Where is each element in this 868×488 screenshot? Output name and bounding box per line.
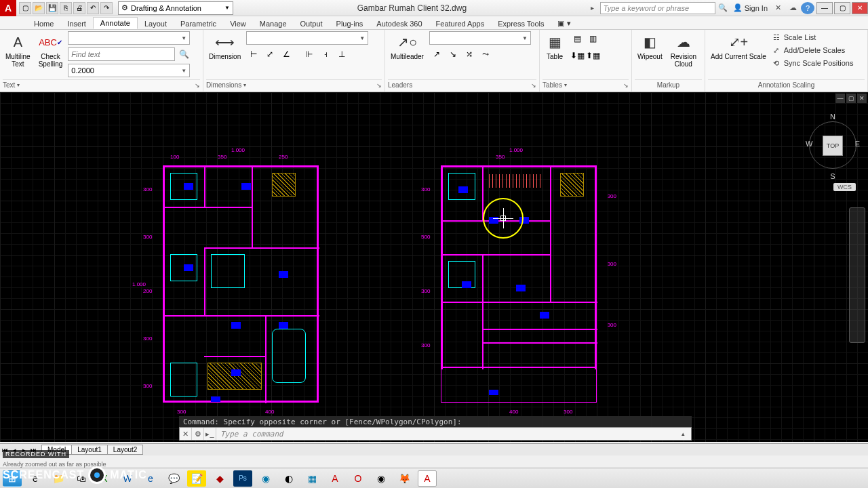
sync-scale-button[interactable]: ⟲Sync Scale Positions xyxy=(772,57,854,69)
leader-align-icon[interactable]: ⤮ xyxy=(462,47,477,62)
taskbar-opera-icon[interactable]: O xyxy=(349,470,368,487)
cmd-customize-icon[interactable]: ⚙ xyxy=(192,428,204,440)
panel-dialog-icon[interactable]: ↘ xyxy=(195,82,200,89)
check-spelling-button[interactable]: ABC✔ Check Spelling xyxy=(36,31,66,69)
help-icon[interactable]: ? xyxy=(801,2,814,14)
command-line[interactable]: ✕ ⚙ ▸_ Type a command ▴ xyxy=(179,427,692,441)
viewcube-top[interactable]: TOP xyxy=(823,136,843,156)
taskbar-app4-icon[interactable]: ▦ xyxy=(302,470,321,487)
command-input[interactable]: Type a command xyxy=(216,430,682,439)
cloud-icon[interactable]: ☁ xyxy=(786,2,800,14)
leader-style-dropdown[interactable]: ▼ xyxy=(429,31,531,45)
table-download-icon[interactable]: ⬇▦ xyxy=(570,48,585,63)
app-logo[interactable]: A xyxy=(0,0,16,16)
qat-saveas-icon[interactable]: ⎘ xyxy=(60,2,72,14)
qat-undo-icon[interactable]: ↶ xyxy=(87,2,99,14)
drawing-area[interactable]: — ▢ ✕ 100 350 250 1.000 xyxy=(0,92,868,442)
panel-expand-icon[interactable]: ▾ xyxy=(243,82,246,88)
taskbar-chat-icon[interactable]: 💬 xyxy=(164,470,183,487)
dim-linear-icon[interactable]: ⊢ xyxy=(246,47,261,62)
tab-plugins[interactable]: Plug-ins xyxy=(330,18,370,29)
dim-ordinate-icon[interactable]: ⊥ xyxy=(334,47,349,62)
close-button[interactable]: ✕ xyxy=(852,2,868,14)
taskbar-photoshop-icon[interactable]: Ps xyxy=(233,470,252,487)
dim-angular-icon[interactable]: ∠ xyxy=(279,47,294,62)
taskbar-chrome-icon[interactable]: ◉ xyxy=(372,470,391,487)
wipeout-button[interactable]: ◧ Wipeout xyxy=(635,31,665,62)
maximize-button[interactable]: ▢ xyxy=(834,2,850,14)
dim-style-dropdown[interactable]: ▼ xyxy=(246,31,368,45)
qat-open-icon[interactable]: 📂 xyxy=(33,2,45,14)
viewport-maximize-icon[interactable]: ▢ xyxy=(846,94,856,103)
viewcube-north[interactable]: N xyxy=(830,113,835,121)
tab-output[interactable]: Output xyxy=(294,18,330,29)
panel-dialog-icon[interactable]: ↘ xyxy=(623,82,629,89)
panel-expand-icon[interactable]: ▾ xyxy=(17,82,20,88)
multiline-text-button[interactable]: A Multiline Text xyxy=(3,31,33,69)
viewcube-south[interactable]: S xyxy=(830,172,835,180)
leader-remove-icon[interactable]: ↘ xyxy=(446,47,460,62)
panel-expand-icon[interactable]: ▾ xyxy=(564,82,567,88)
dim-baseline-icon[interactable]: ⫞ xyxy=(318,47,333,62)
layout-tab-layout2[interactable]: Layout2 xyxy=(107,445,144,455)
find-icon[interactable]: 🔍 xyxy=(176,47,191,62)
wcs-label[interactable]: WCS xyxy=(833,183,856,191)
tab-manage[interactable]: Manage xyxy=(253,18,294,29)
tab-express[interactable]: Express Tools xyxy=(491,18,551,29)
search-input[interactable]: Type a keyword or phrase xyxy=(600,2,715,14)
taskbar-autocad-active-icon[interactable]: A xyxy=(418,470,437,487)
cmd-close-icon[interactable]: ✕ xyxy=(180,428,192,440)
find-text-input[interactable] xyxy=(68,47,175,61)
add-current-scale-button[interactable]: ⤢+ Add Current Scale xyxy=(708,31,769,62)
qat-plot-icon[interactable]: 🖨 xyxy=(73,2,85,14)
panel-dialog-icon[interactable]: ↘ xyxy=(531,82,536,89)
navigation-bar[interactable] xyxy=(849,207,865,343)
tab-featured[interactable]: Featured Apps xyxy=(429,18,492,29)
leader-add-icon[interactable]: ↗ xyxy=(429,47,444,62)
workspace-dropdown[interactable]: ⚙ Drafting & Annotation ▼ xyxy=(118,1,233,15)
add-delete-scales-button[interactable]: ⤢Add/Delete Scales xyxy=(772,44,854,56)
viewcube-east[interactable]: E xyxy=(855,140,860,148)
title-play-icon[interactable]: ▸ xyxy=(591,4,600,12)
taskbar-app1-icon[interactable]: ◆ xyxy=(210,470,229,487)
text-style-dropdown[interactable]: ▼ xyxy=(68,31,190,45)
tab-insert[interactable]: Insert xyxy=(60,18,93,29)
revcloud-button[interactable]: ☁ Revision Cloud xyxy=(668,31,699,69)
table-extract-icon[interactable]: ▥ xyxy=(585,31,600,46)
qat-redo-icon[interactable]: ↷ xyxy=(100,2,113,14)
tab-annotate[interactable]: Annotate xyxy=(93,17,138,29)
viewport-minimize-icon[interactable]: — xyxy=(835,94,845,103)
search-icon[interactable]: 🔍 xyxy=(716,2,730,14)
leader-collect-icon[interactable]: ⤳ xyxy=(478,47,493,62)
tab-extra-icon[interactable]: ▣ ▾ xyxy=(551,18,577,29)
viewcube[interactable]: N S E W TOP xyxy=(806,113,860,180)
table-link-icon[interactable]: ▤ xyxy=(570,31,585,46)
cmd-history-icon[interactable]: ▴ xyxy=(682,430,691,437)
taskbar-app2-icon[interactable]: ◉ xyxy=(256,470,275,487)
tab-parametric[interactable]: Parametric xyxy=(174,18,223,29)
viewcube-west[interactable]: W xyxy=(806,140,812,148)
signin-button[interactable]: 👤 Sign In xyxy=(733,3,768,12)
tab-home[interactable]: Home xyxy=(27,18,60,29)
tab-view[interactable]: View xyxy=(223,18,253,29)
dim-aligned-icon[interactable]: ⤢ xyxy=(262,47,277,62)
minimize-button[interactable]: — xyxy=(816,2,833,14)
dimension-button[interactable]: ⟷ Dimension xyxy=(206,31,243,62)
taskbar-app3-icon[interactable]: ◐ xyxy=(279,470,298,487)
exchange-icon[interactable]: ✕ xyxy=(771,2,785,14)
taskbar-notes-icon[interactable]: 📝 xyxy=(187,470,206,487)
scale-list-button[interactable]: ☷Scale List xyxy=(772,31,854,43)
dim-continue-icon[interactable]: ⊩ xyxy=(302,47,317,62)
layout-tab-layout1[interactable]: Layout1 xyxy=(71,445,108,455)
table-button[interactable]: ▦ Table xyxy=(542,31,567,62)
taskbar-autocad-icon[interactable]: A xyxy=(326,470,344,487)
tab-autodesk360[interactable]: Autodesk 360 xyxy=(370,18,429,29)
qat-new-icon[interactable]: ▢ xyxy=(19,2,31,14)
tab-layout[interactable]: Layout xyxy=(138,18,174,29)
text-height-dropdown[interactable]: 0.2000▼ xyxy=(68,64,190,77)
panel-dialog-icon[interactable]: ↘ xyxy=(376,82,382,89)
viewport-close-icon[interactable]: ✕ xyxy=(857,94,867,103)
multileader-button[interactable]: ↗○ Multileader xyxy=(388,31,427,62)
taskbar-firefox-icon[interactable]: 🦊 xyxy=(395,470,414,487)
qat-save-icon[interactable]: 💾 xyxy=(46,2,58,14)
